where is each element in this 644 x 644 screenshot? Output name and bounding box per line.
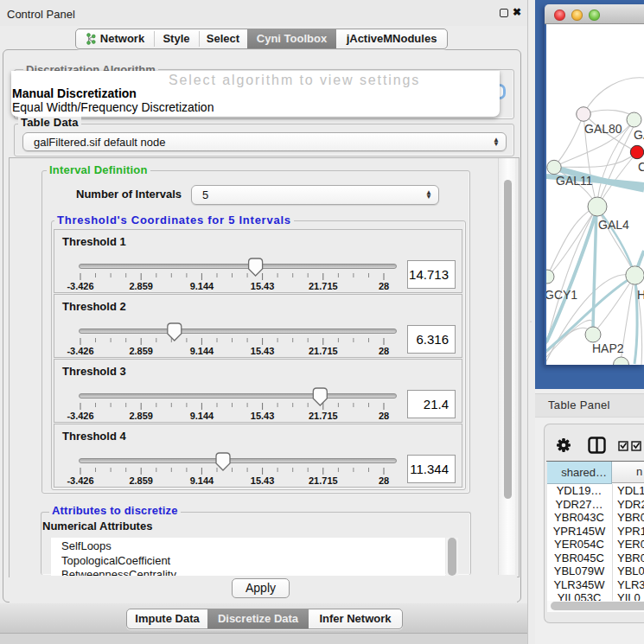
svg-text:HAP2: HAP2: [592, 341, 624, 355]
svg-text:GA: GA: [634, 128, 644, 142]
svg-text:GAL80: GAL80: [584, 122, 622, 136]
svg-text:GCY1: GCY1: [546, 288, 577, 302]
svg-text:H: H: [637, 288, 644, 302]
svg-text:GAL4: GAL4: [598, 218, 629, 232]
svg-text:C: C: [638, 160, 644, 174]
svg-text:GAL11: GAL11: [556, 174, 593, 188]
